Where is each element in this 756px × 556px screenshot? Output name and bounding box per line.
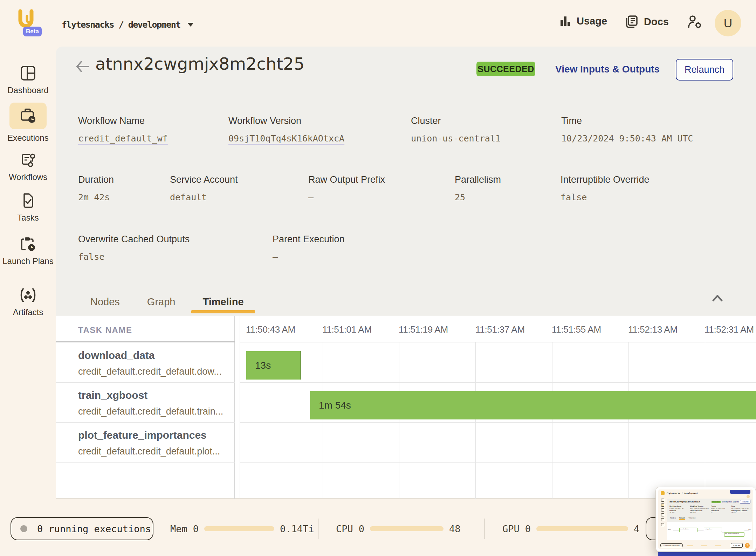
timeline-chart: 11:50:43 AM 11:51:01 AM 11:51:19 AM 11:5… [240,316,756,499]
pip-execution-title: atnnx2cwgmjx8m2cht25 [669,500,700,503]
pip-io-link: View Inputs & Outputs [722,501,739,503]
bar-chart-icon [559,15,572,27]
gpu-label: GPU [502,523,520,534]
sidebar-item-executions[interactable]: Executions [0,103,56,143]
cpu-meter: CPU 0 48 [336,519,461,538]
mem-max: 0.14Ti [280,523,314,534]
service-account-label: Service Account [170,174,238,185]
dashboard-icon [20,65,36,82]
time-tick: 11:52:13 AM [628,324,678,335]
field-interruptible-override: Interruptible Override false [561,174,650,202]
breadcrumb-text: flytesnacks / development [62,20,180,30]
sidebar-item-dashboard[interactable]: Dashboard [0,65,56,96]
row-divider [56,462,235,463]
sidebar-item-workflows[interactable]: Workflows [0,152,56,182]
active-item-highlight [9,103,47,129]
row-divider [240,422,756,423]
parallelism-value: 25 [455,192,501,202]
tab-graph[interactable]: Graph [136,288,187,316]
task-row-download-data[interactable]: download_data credit_default.credit_defa… [78,349,232,377]
workflow-name-value[interactable]: credit_default_wf [78,133,168,144]
pip-sidebar-item [661,518,664,521]
field-overwrite-cached-outputs: Overwrite Cached Outputs false [78,234,190,262]
cpu-label: CPU [336,523,353,534]
divider [484,519,485,539]
avatar-initial: U [724,16,733,30]
gantt-bar-train-xgboost[interactable]: 1m 54s [310,391,756,419]
pip-window[interactable]: flytesnacks / development atnnx2cwgmjx8m… [655,487,756,552]
task-name: download_data [78,349,232,361]
pip-detail-panel: atnnx2cwgmjx8m2cht25 SUCCEEDED View Inpu… [667,499,752,522]
mem-track [204,526,274,531]
gantt-bar-download-data[interactable]: 13s [246,351,301,380]
timeline-task-column: TASK NAME download_data credit_default.c… [56,316,235,499]
relaunch-button[interactable]: Relaunch [676,59,733,81]
sidebar-label-artifacts: Artifacts [13,307,43,318]
usage-label: Usage [577,15,607,27]
gpu-min: 0 [525,523,531,534]
time-tick: 11:51:01 AM [322,324,372,335]
tasks-icon [20,192,36,209]
duration-label: Duration [78,174,114,185]
launch-plans-icon [19,236,37,252]
tab-nodes[interactable]: Nodes [79,288,131,316]
task-name-header-row: TASK NAME [56,316,235,342]
gridline [705,342,705,499]
sidebar-label-executions: Executions [7,133,48,143]
field-parent-execution: Parent Execution – [273,234,345,262]
running-executions-pill[interactable]: 0 running executions [11,517,153,540]
pip-sidebar-item [661,513,664,516]
usage-button[interactable]: Usage [559,15,607,27]
mem-label: Mem [170,523,187,534]
row-divider [56,382,235,383]
field-time: Time 10/23/2024 9:50:43 AM UTC [561,116,693,144]
cluster-value: union-us-central1 [411,133,501,144]
gridline [552,342,552,499]
gridline [399,342,399,499]
cpu-track [370,526,444,531]
pip-node: download_data [679,528,697,532]
sidebar-item-artifacts[interactable]: Artifacts [0,287,56,318]
field-duration: Duration 2m 42s [78,174,114,202]
workflow-version-value[interactable]: 09sjT10qTq4sK16kAOtxcA [228,133,344,144]
pip-sidebar-item [661,499,664,502]
task-row-plot-feature-importances[interactable]: plot_feature_importances credit_default.… [78,429,232,457]
collapse-chevron-icon[interactable] [710,293,724,303]
row-divider [56,422,235,423]
gridline [323,342,323,499]
sidebar-label-workflows: Workflows [9,172,47,182]
avatar[interactable]: U [715,10,741,36]
project-domain-selector[interactable]: flytesnacks / development [62,20,194,30]
raw-output-prefix-label: Raw Output Prefix [308,174,385,185]
sidebar-item-launch-plans[interactable]: Launch Plans [0,236,56,266]
raw-output-prefix-value: – [308,192,385,202]
pip-logo-icon [661,491,665,495]
view-inputs-outputs-link[interactable]: View Inputs & Outputs [555,64,660,75]
tab-timeline[interactable]: Timeline [191,288,255,316]
time-axis: 11:50:43 AM 11:51:01 AM 11:51:19 AM 11:5… [240,316,756,342]
user-settings-icon[interactable] [687,15,703,29]
pip-control-tag[interactable] [730,490,750,494]
back-arrow-icon[interactable] [74,59,90,74]
execution-title: atnnx2cwgmjx8m2cht25 [95,54,304,74]
workflow-name-label: Workflow Name [78,116,168,126]
docs-label: Docs [644,16,669,28]
time-tick: 11:51:55 AM [552,324,601,335]
pip-cost-pill: $ 29.99 [731,543,743,548]
sidebar-item-tasks[interactable]: Tasks [0,192,56,223]
task-name-header: TASK NAME [78,325,132,335]
field-workflow-version: Workflow Version 09sjT10qTq4sK16kAOtxcA [228,116,344,144]
cpu-max: 48 [449,523,461,534]
running-executions-text: 0 running executions [37,523,151,534]
time-tick: 11:51:19 AM [399,324,448,335]
gridline [628,342,629,499]
cluster-label: Cluster [411,116,501,126]
parent-execution-value: – [273,252,345,262]
timeline-section: TASK NAME download_data credit_default.c… [56,316,756,499]
task-row-train-xgboost[interactable]: train_xgboost credit_default.credit_defa… [78,389,232,417]
pip-metadata: Workflow Namecredit_default_wf Workflow … [669,506,750,513]
sidebar: Dashboard Executions W [0,47,56,556]
docs-button[interactable]: Docs [624,15,669,29]
field-cluster: Cluster union-us-central1 [411,116,501,144]
row-divider [240,382,756,383]
